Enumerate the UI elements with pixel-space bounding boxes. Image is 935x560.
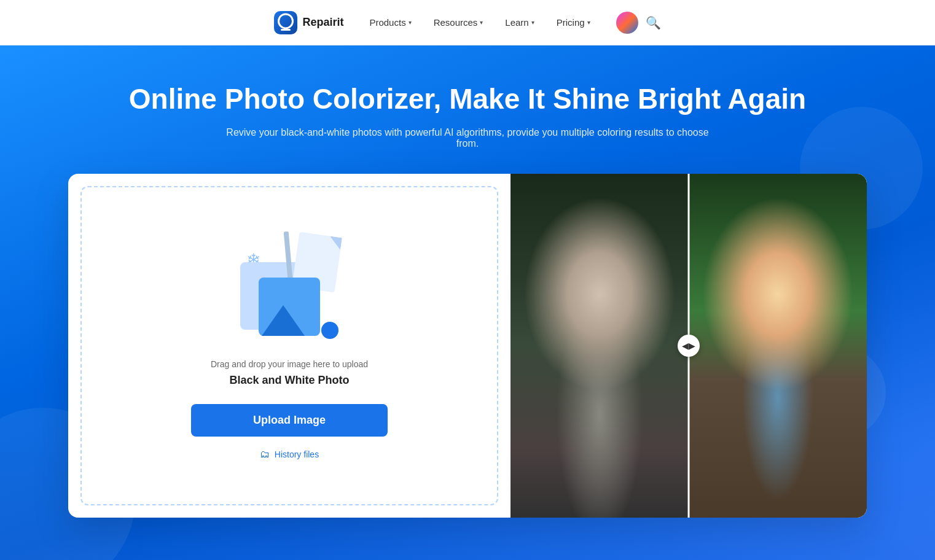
main-card: ❄ Drag and drop your image here to uploa… (68, 174, 867, 518)
chevron-down-icon: ▾ (409, 19, 412, 26)
comparison-handle[interactable]: ◀▶ (678, 335, 700, 357)
hero-section: Online Photo Colorizer, Make It Shine Br… (0, 45, 935, 560)
nav-item-resources[interactable]: Resources ▾ (425, 14, 492, 31)
chevron-down-icon: ▾ (480, 19, 483, 26)
illustration-triangle (262, 305, 305, 336)
upload-panel: ❄ Drag and drop your image here to uploa… (80, 186, 498, 505)
nav-item-learn[interactable]: Learn ▾ (496, 14, 542, 31)
upload-image-button[interactable]: Upload Image (191, 404, 388, 437)
chevron-down-icon: ▾ (587, 19, 590, 26)
handle-arrows-icon: ◀▶ (682, 341, 695, 351)
search-icon[interactable]: 🔍 (646, 15, 661, 30)
hero-subtitle: Revive your black-and-white photos with … (222, 127, 713, 149)
history-icon: 🗂 (260, 449, 270, 460)
navbar: Repairit Products ▾ Resources ▾ Learn ▾ … (0, 0, 935, 45)
chevron-down-icon: ▾ (531, 19, 534, 26)
bw-photo-bg (511, 174, 689, 518)
history-files-link[interactable]: 🗂 History files (260, 449, 319, 460)
avatar[interactable] (616, 12, 638, 34)
illustration-circle (321, 322, 338, 339)
file-type-label: Black and White Photo (229, 374, 349, 387)
history-label: History files (275, 449, 319, 459)
nav-pricing-label: Pricing (557, 17, 585, 28)
nav-resources-label: Resources (434, 17, 478, 28)
upload-illustration: ❄ (228, 231, 351, 342)
logo-icon (274, 11, 297, 34)
brand-name: Repairit (302, 16, 343, 29)
nav-products-label: Products (369, 17, 405, 28)
comparison-area: ◀▶ (511, 174, 867, 518)
color-photo-bg (689, 174, 867, 518)
hero-title: Online Photo Colorizer, Make It Shine Br… (12, 82, 923, 116)
nav-item-pricing[interactable]: Pricing ▾ (548, 14, 599, 31)
nav-logo[interactable]: Repairit (274, 11, 343, 34)
color-photo (689, 174, 867, 518)
nav-learn-label: Learn (505, 17, 528, 28)
drag-hint: Drag and drop your image here to upload (211, 359, 368, 369)
nav-item-products[interactable]: Products ▾ (361, 14, 420, 31)
bw-photo (511, 174, 689, 518)
